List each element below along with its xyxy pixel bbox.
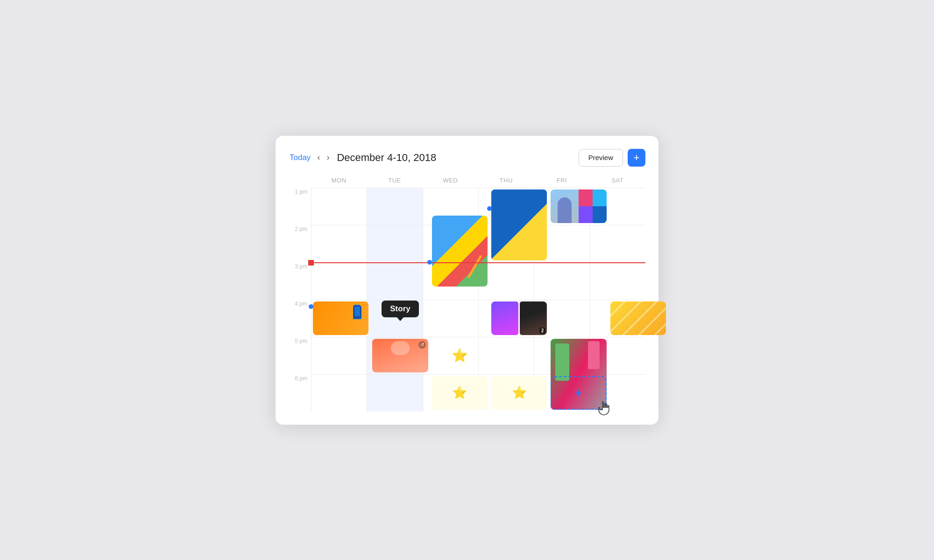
wed-4pm-star[interactable]: ⭐ — [432, 339, 488, 372]
cell-mon-2pm[interactable] — [311, 225, 367, 262]
fri-1pm-images[interactable] — [551, 189, 606, 223]
thu-1pm-dot — [487, 206, 492, 211]
time-label-6pm: 6 pm — [289, 374, 311, 412]
calendar-card: Today ‹ › December 4-10, 2018 Preview + … — [276, 136, 658, 425]
time-grid: 1 pm 2 pm 3 pm — [289, 188, 645, 412]
cell-fri-3pm[interactable] — [534, 262, 589, 300]
day-header-tue: TUE — [367, 177, 422, 188]
day-header-fri: FRI — [534, 177, 589, 188]
mon-3pm-dot — [309, 304, 313, 309]
day-headers: MON TUE WED THU FRI SAT — [289, 177, 645, 188]
count-badge: 2 — [539, 328, 546, 334]
cell-sat-2pm[interactable] — [590, 225, 645, 262]
fri-5pm-add-box[interactable]: + — [551, 376, 606, 410]
wed-5pm-star[interactable]: ⭐ — [432, 376, 488, 410]
day-header-thu: THU — [478, 177, 534, 188]
time-label-3pm: 3 pm — [289, 262, 311, 300]
wed-2pm-image[interactable] — [432, 216, 488, 287]
prev-week-button[interactable]: ‹ — [316, 153, 321, 162]
day-header-wed: WED — [423, 177, 478, 188]
cell-sat-3pm[interactable] — [590, 262, 645, 300]
cell-tue-6pm[interactable] — [367, 374, 422, 412]
cell-tue-1pm[interactable] — [367, 188, 422, 225]
tue-4pm-image[interactable]: ↺ — [372, 339, 428, 372]
cell-mon-5pm[interactable] — [311, 337, 367, 374]
tooltip-arrow — [396, 317, 404, 321]
calendar-header: Today ‹ › December 4-10, 2018 Preview + — [289, 149, 645, 167]
mon-3pm-image[interactable] — [313, 301, 368, 335]
story-tooltip: Story — [382, 301, 418, 317]
star-icon-3: ⭐ — [512, 385, 527, 400]
thu-3pm-images[interactable]: 2 — [491, 301, 547, 335]
add-button[interactable]: + — [628, 149, 645, 167]
cell-wed-4pm[interactable] — [423, 300, 478, 337]
cell-mon-1pm[interactable] — [311, 188, 367, 225]
thu-1pm-image[interactable] — [491, 189, 547, 260]
header-actions: Preview + — [579, 149, 645, 167]
time-label-2pm: 2 pm — [289, 225, 311, 262]
day-header-mon: MON — [311, 177, 367, 188]
star-icon: ⭐ — [452, 348, 468, 363]
cell-tue-2pm[interactable] — [367, 225, 422, 262]
time-label-4pm: 4 pm — [289, 300, 311, 337]
next-week-button[interactable]: › — [325, 153, 330, 162]
time-column-header — [289, 177, 311, 188]
date-range: December 4-10, 2018 — [337, 152, 436, 164]
star-icon-2: ⭐ — [452, 385, 467, 400]
preview-button[interactable]: Preview — [579, 149, 623, 167]
add-slot-icon: + — [575, 385, 582, 400]
sat-3pm-image[interactable] — [610, 301, 666, 335]
cell-mon-3pm[interactable] — [311, 262, 367, 300]
today-button[interactable]: Today — [289, 153, 311, 162]
time-label-1pm: 1 pm — [289, 188, 311, 225]
thu-5pm-star[interactable]: ⭐ — [491, 376, 547, 410]
time-label-5pm: 5 pm — [289, 337, 311, 374]
tue-3pm-tooltip-container: Story — [370, 290, 430, 328]
cell-mon-6pm[interactable] — [311, 374, 367, 412]
day-header-sat: SAT — [590, 177, 645, 188]
